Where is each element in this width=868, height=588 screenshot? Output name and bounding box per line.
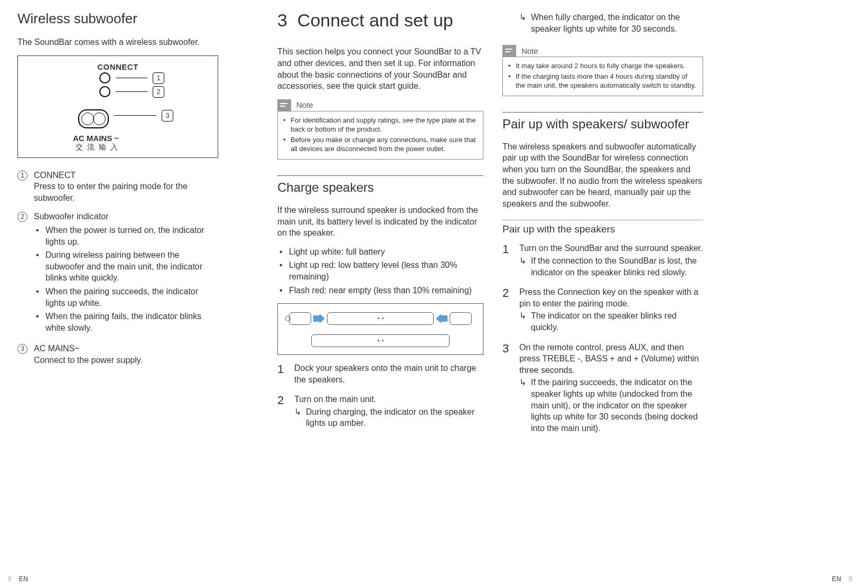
- marker-icon: 2: [17, 212, 27, 222]
- column-2: 3 Connect and set up This section helps …: [268, 11, 493, 571]
- arrow-right-icon: [313, 314, 325, 323]
- pair-step-2: Press the Connection key on the speaker …: [502, 286, 703, 333]
- note-item: For identification and supply ratings, s…: [283, 116, 478, 134]
- soundbar-icon: [327, 312, 434, 325]
- legend-title: Subwoofer indicator: [34, 211, 218, 222]
- page-number-left: 8: [8, 575, 12, 583]
- step-result: During charging, the indicator on the sp…: [294, 406, 483, 429]
- section-intro: If the wireless surround speaker is undo…: [277, 204, 483, 239]
- step-1: Dock your speakers onto the main unit to…: [277, 362, 483, 385]
- column-1: Wireless subwoofer The SoundBar comes wi…: [8, 11, 228, 571]
- chapter-title: Connect and set up: [297, 10, 453, 30]
- lang-label-left: EN: [19, 575, 29, 583]
- page-spread: Wireless subwoofer The SoundBar comes wi…: [0, 0, 868, 576]
- bullet: Light up white: full battery: [277, 246, 483, 258]
- callout-1: 1: [153, 72, 164, 84]
- note-item: Before you make or change any connection…: [283, 135, 478, 154]
- note-icon: [502, 45, 516, 57]
- chapter-number: 3: [277, 10, 287, 30]
- marker-icon: 1: [17, 171, 27, 181]
- ac-plug-icon: [78, 109, 109, 128]
- bullet: Flash red: near empty (less than 10% rem…: [277, 285, 483, 296]
- marker-icon: 3: [17, 344, 27, 354]
- note-label: Note: [296, 100, 313, 109]
- footer-right: EN 9: [832, 575, 852, 583]
- footer-left: 8 EN: [8, 575, 28, 583]
- step-result: If the connection to the SoundBar is los…: [519, 255, 703, 278]
- subsection-pair-speakers: Pair up with the speakers: [502, 220, 703, 235]
- gutter: [228, 11, 268, 571]
- charge-steps: Dock your speakers onto the main unit to…: [277, 362, 483, 429]
- pair-step-3: On the remote control, press AUX, and th…: [502, 342, 703, 434]
- bullet: When the power is turned on, the indicat…: [34, 225, 218, 247]
- speaker-left-icon: [289, 312, 311, 325]
- legend-item-3: 3 AC MAINS~ Connect to the power supply.: [17, 343, 218, 366]
- lang-label-right: EN: [832, 575, 842, 583]
- subwoofer-diagram: CONNECT 1 2 3 AC MAINS ~ 交 流 输 入: [17, 55, 218, 158]
- chapter-intro: This section helps you connect your Soun…: [277, 46, 483, 91]
- ac-mains-label: AC MAINS ~: [73, 134, 210, 143]
- step-text: On the remote control, press AUX, and th…: [519, 343, 699, 375]
- legend-title: AC MAINS~: [34, 343, 218, 354]
- legend-item-1: 1 CONNECT Press to to enter the pairing …: [17, 170, 218, 204]
- note-box: Note It may take around 2 hours to fully…: [502, 45, 703, 96]
- callout-legend: 1 CONNECT Press to to enter the pairing …: [17, 170, 218, 366]
- port-icon: [99, 86, 110, 97]
- note-label: Note: [521, 46, 538, 55]
- step-text: Turn on the main unit.: [294, 395, 376, 404]
- step-2: Turn on the main unit. During charging, …: [277, 394, 483, 429]
- note-item: If the charging lasts more than 4 hours …: [508, 72, 697, 90]
- bullet: Light up red: low battery level (less th…: [277, 259, 483, 282]
- step-text: Turn on the SoundBar and the surround sp…: [519, 244, 703, 253]
- section-charge-speakers: Charge speakers: [277, 175, 483, 195]
- legend-desc: Connect to the power supply.: [34, 354, 218, 366]
- soundbar-diagram: [277, 303, 483, 355]
- continuation-result: When fully charged, the indicator on the…: [519, 12, 703, 34]
- note-body: For identification and supply ratings, s…: [277, 111, 483, 160]
- callout-3: 3: [162, 110, 173, 122]
- note-icon: [277, 99, 291, 111]
- chapter-heading: 3 Connect and set up: [277, 11, 483, 30]
- note-body: It may take around 2 hours to fully char…: [502, 57, 703, 96]
- pair-intro: The wireless speakers and subwoofer auto…: [502, 141, 703, 210]
- step-result: The indicator on the speaker blinks red …: [519, 310, 703, 333]
- svg-marker-1: [436, 314, 447, 323]
- section-pair-up: Pair up with speakers/ subwoofer: [502, 112, 703, 132]
- step-result: If the pairing succeeds, the indicator o…: [519, 377, 703, 434]
- page-number-right: 9: [848, 575, 852, 583]
- step-text: Dock your speakers onto the main unit to…: [294, 363, 476, 384]
- step-text: Press the Connection key on the speaker …: [519, 287, 698, 308]
- legend-title: CONNECT: [34, 170, 218, 181]
- leader-line: [114, 115, 156, 116]
- legend-bullets: When the power is turned on, the indicat…: [34, 225, 218, 333]
- leader-line: [116, 91, 147, 92]
- bullet: During wireless pairing between the subw…: [34, 249, 218, 284]
- pair-steps: Turn on the SoundBar and the surround sp…: [502, 242, 703, 434]
- legend-item-2: 2 Subwoofer indicator When the power is …: [17, 211, 218, 335]
- legend-desc: Press to to enter the pairing mode for t…: [34, 181, 218, 203]
- diagram-connect-label: CONNECT: [25, 62, 210, 71]
- bullet: When the pairing fails, the indicator bl…: [34, 311, 218, 333]
- soundbar-docked-icon: [311, 334, 450, 347]
- callout-2: 2: [153, 86, 164, 98]
- ac-mains-cjk: 交 流 输 入: [76, 143, 210, 152]
- column-3: When fully charged, the indicator on the…: [493, 11, 713, 571]
- bullet: When the pairing succeeds, the indicator…: [34, 286, 218, 309]
- svg-marker-0: [313, 314, 325, 323]
- note-box: Note For identification and supply ratin…: [277, 99, 483, 160]
- port-icon: [99, 72, 110, 83]
- leader-line: [116, 78, 147, 78]
- intro-text: The SoundBar comes with a wireless subwo…: [17, 36, 218, 48]
- heading-wireless-subwoofer: Wireless subwoofer: [17, 11, 218, 27]
- pair-step-1: Turn on the SoundBar and the surround sp…: [502, 242, 703, 278]
- arrow-left-icon: [436, 314, 447, 323]
- note-item: It may take around 2 hours to fully char…: [508, 61, 697, 71]
- speaker-right-icon: [450, 312, 472, 325]
- battery-bullets: Light up white: full battery Light up re…: [277, 246, 483, 296]
